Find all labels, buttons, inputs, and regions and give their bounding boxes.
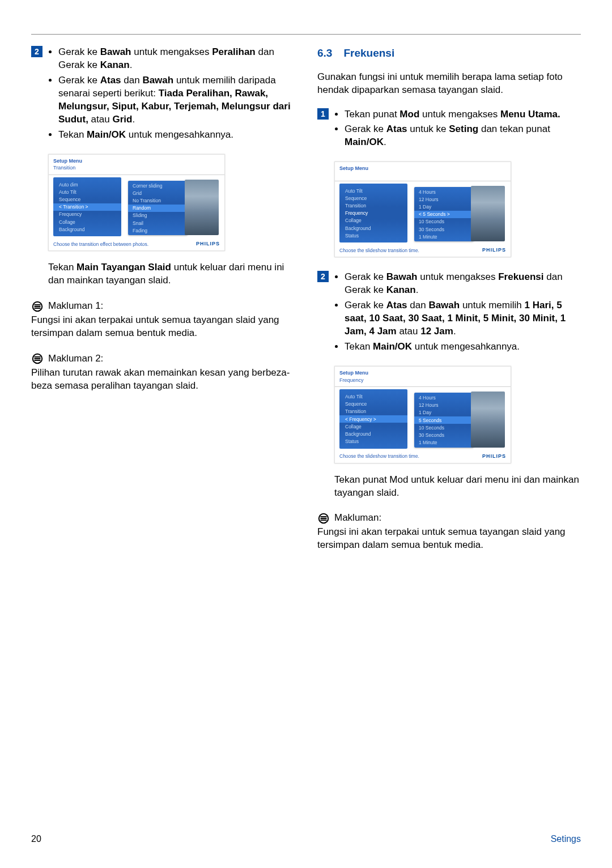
screenshot-menu-item: < Transition > bbox=[53, 203, 121, 211]
screenshot-menu-item: Sequence bbox=[339, 194, 407, 202]
page-number: 20 bbox=[31, 833, 41, 845]
page-footer: 20 Setings bbox=[31, 833, 581, 845]
screenshot-menu-item: 4 Hours bbox=[414, 188, 474, 195]
note-icon bbox=[31, 352, 44, 365]
screenshot-menu-item: 30 Seconds bbox=[414, 431, 474, 439]
screenshot-menu-item: Sliding bbox=[128, 212, 188, 219]
screenshot-menu-item: 1 Minute bbox=[414, 439, 474, 446]
screenshot-menu-item: Auto dim bbox=[53, 181, 121, 188]
screenshot-menu-item: Auto Tilt bbox=[53, 188, 121, 195]
screenshot-menu-item: < 5 Seconds > bbox=[414, 211, 474, 218]
note-1-body: Fungsi ini akan terpakai untuk semua tay… bbox=[31, 314, 295, 340]
screenshot-menu-item: Auto Tilt bbox=[339, 393, 407, 400]
right-step-2: 2 Gerak ke Bawah untuk mengakses Frekuen… bbox=[317, 271, 581, 356]
screenshot-hint: Choose the transition effect between pho… bbox=[53, 241, 148, 247]
screenshot-menu-item: Frequency bbox=[339, 210, 407, 217]
screenshot-photo-preview bbox=[471, 392, 505, 447]
screenshot-menu-item: 10 Seconds bbox=[414, 424, 474, 431]
section-number: 6.3 bbox=[317, 46, 332, 61]
screenshot-menu-item: 30 Seconds bbox=[414, 225, 474, 233]
bullet: Tekan Main/OK untuk mengesahkannya. bbox=[345, 341, 581, 354]
note-2-body: Pilihan turutan rawak akan memainkan kes… bbox=[31, 367, 295, 393]
screenshot-menu-item: 1 Day bbox=[414, 203, 474, 211]
screenshot-title-1: Setup Menu bbox=[53, 158, 220, 164]
screenshot-menu-item: 12 Hours bbox=[414, 195, 474, 203]
note-body: Fungsi ini akan terpakai untuk semua tay… bbox=[317, 526, 581, 552]
screenshot-menu-item: Background bbox=[339, 430, 407, 437]
right-column: 6.3 Frekuensi Gunakan fungsi ini untuk m… bbox=[317, 46, 581, 555]
screenshot-photo-preview bbox=[185, 180, 219, 235]
note-1-title: Makluman 1: bbox=[48, 300, 103, 313]
note-title: Makluman: bbox=[334, 512, 381, 525]
bullet: Gerak ke Atas untuk ke Seting dan tekan … bbox=[345, 123, 581, 149]
screenshot-menu-item: Auto Tilt bbox=[339, 187, 407, 194]
note-1-head: Makluman 1: bbox=[31, 300, 295, 313]
screenshot-menu-item: Status bbox=[339, 232, 407, 239]
screenshot-photo-preview bbox=[471, 186, 505, 241]
screenshot-menu-item: Fading bbox=[128, 227, 188, 234]
screenshot-menu-item: Random bbox=[128, 205, 188, 212]
footer-section: Setings bbox=[551, 833, 581, 845]
section-intro: Gunakan fungsi ini untuk memilih berapa … bbox=[317, 71, 581, 97]
screenshot-menu-item: Status bbox=[339, 438, 407, 445]
brand-logo: PHILIPS bbox=[482, 247, 506, 253]
screenshot-menu-item: 12 Hours bbox=[414, 402, 474, 409]
screenshot-menu-item: Collage bbox=[53, 218, 121, 225]
screenshot-menu-item: Transition bbox=[339, 408, 407, 415]
note-icon bbox=[31, 300, 44, 313]
screenshot-menu-item: No Transition bbox=[128, 197, 188, 205]
screenshot-menu-item: 1 Day bbox=[414, 409, 474, 416]
screenshot-menu-item: 5 Seconds bbox=[414, 416, 474, 424]
screenshot-menu-item: Background bbox=[339, 224, 407, 232]
step-badge-2: 2 bbox=[31, 46, 42, 57]
after-shot-text: Tekan Main Tayangan Slaid untuk keluar d… bbox=[48, 261, 295, 287]
screenshot-transition: Setup MenuTransitionAuto dimAuto TiltSeq… bbox=[48, 154, 225, 252]
step-badge-2: 2 bbox=[317, 271, 329, 282]
screenshot-title-1: Setup Menu bbox=[339, 165, 506, 172]
screenshot-hint: Choose the slideshow transition time. bbox=[339, 248, 419, 253]
screenshot-title-1: Setup Menu bbox=[339, 370, 506, 376]
screenshot-title-2: Transition bbox=[53, 165, 220, 171]
bullet: Tekan punat Mod untuk mengakses Menu Uta… bbox=[345, 108, 581, 121]
bullet: Gerak ke Bawah untuk mengakses Frekuensi… bbox=[345, 271, 581, 297]
screenshot-menu-item: 10 Seconds bbox=[414, 218, 474, 225]
screenshot-hint: Choose the slideshow transition time. bbox=[339, 453, 419, 459]
screenshot-menu-item: 4 Hours bbox=[414, 394, 474, 401]
note-2-head: Makluman 2: bbox=[31, 352, 295, 365]
note-icon bbox=[317, 512, 330, 525]
screenshot-menu-item: Sequence bbox=[339, 401, 407, 408]
left-step-2: 2 Gerak ke Bawah untuk mengakses Peralih… bbox=[31, 46, 295, 144]
screenshot-menu-item: Transition bbox=[339, 202, 407, 210]
screenshot-menu-item: Collage bbox=[339, 423, 407, 430]
step-badge-1: 1 bbox=[317, 108, 329, 120]
bullet: Gerak ke Atas dan Bawah untuk memilih 1 … bbox=[345, 299, 581, 338]
after-shot3-text: Tekan punat Mod untuk keluar dari menu i… bbox=[334, 474, 581, 500]
right-step-1: 1 Tekan punat Mod untuk mengakses Menu U… bbox=[317, 108, 581, 152]
screenshot-menu-item: < Frequency > bbox=[339, 415, 407, 423]
screenshot-menu-item: Background bbox=[53, 225, 121, 233]
section-heading: 6.3 Frekuensi bbox=[317, 46, 581, 61]
screenshot-menu-item: Grid bbox=[128, 189, 188, 197]
screenshot-frequency-select: Setup MenuFrequencyAuto TiltSequenceTran… bbox=[334, 366, 511, 463]
bullet: Tekan Main/OK untuk mengesahkannya. bbox=[58, 129, 295, 142]
screenshot-frequency-menu: Setup MenuAuto TiltSequenceTransitionFre… bbox=[334, 161, 511, 257]
screenshot-menu-item: Frequency bbox=[53, 211, 121, 218]
screenshot-menu-item: Collage bbox=[339, 217, 407, 224]
bullet: Gerak ke Bawah untuk mengakses Peralihan… bbox=[58, 46, 295, 72]
screenshot-title-2: Frequency bbox=[339, 377, 506, 384]
note-head: Makluman: bbox=[317, 512, 581, 525]
brand-logo: PHILIPS bbox=[196, 241, 220, 247]
bullet: Gerak ke Atas dan Bawah untuk memilih da… bbox=[58, 74, 295, 126]
screenshot-menu-item: Snail bbox=[128, 219, 188, 227]
left-column: 2 Gerak ke Bawah untuk mengakses Peralih… bbox=[31, 46, 295, 555]
note-2-title: Makluman 2: bbox=[48, 352, 103, 365]
brand-logo: PHILIPS bbox=[482, 453, 506, 459]
screenshot-menu-item: Sequence bbox=[53, 196, 121, 203]
section-title: Frekuensi bbox=[343, 46, 394, 61]
screenshot-menu-item: Corner sliding bbox=[128, 182, 188, 189]
screenshot-menu-item: 1 Minute bbox=[414, 233, 474, 240]
